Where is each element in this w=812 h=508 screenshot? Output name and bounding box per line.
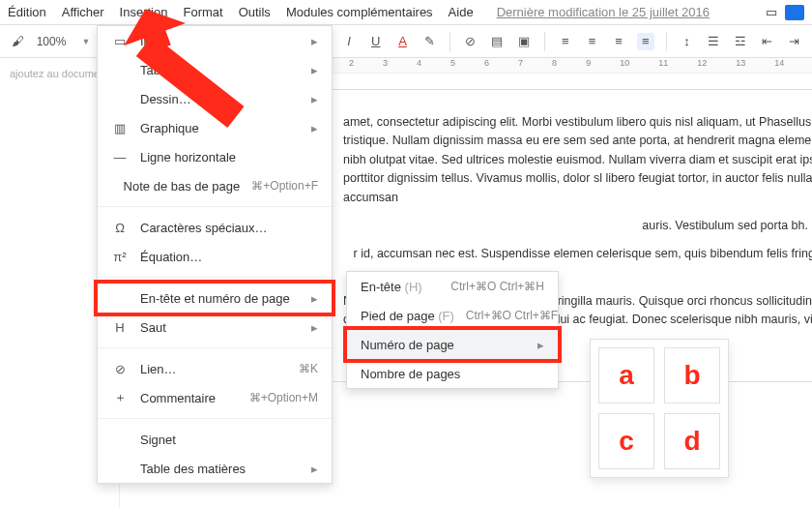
submenu-item-page-number[interactable]: Numéro de page▸	[347, 330, 558, 359]
menu-insertion[interactable]: Insertion	[120, 5, 168, 19]
menu-item-chart[interactable]: ▥Graphique▸	[98, 113, 332, 142]
zoom-level[interactable]: 100%	[37, 35, 72, 48]
insert-comment-icon[interactable]: ▤	[489, 33, 507, 50]
chart-icon: ▥	[111, 121, 129, 135]
menu-item-image[interactable]: ▭Ima▸	[98, 26, 332, 55]
menu-item-drawing[interactable]: Dessin…▸	[98, 84, 332, 113]
insert-image-icon[interactable]: ▣	[515, 33, 533, 50]
menu-format[interactable]: Format	[183, 5, 222, 19]
menu-addons[interactable]: Modules complémentaires	[286, 5, 433, 19]
page-number-option-c[interactable]: c	[598, 413, 654, 469]
menu-afficher[interactable]: Afficher	[62, 5, 104, 19]
menu-item-link[interactable]: ⊘Lien…⌘K	[98, 354, 332, 383]
menu-edition[interactable]: Édition	[8, 5, 46, 19]
bulleted-list-icon[interactable]: ☲	[732, 33, 749, 50]
break-icon: H	[111, 320, 129, 335]
header-pagenumber-submenu: En-tête (H)Ctrl+⌘O Ctrl+⌘H Pied de page …	[346, 271, 559, 389]
menu-item-toc[interactable]: Table des matières▸	[98, 454, 332, 483]
outline-placeholder: ajoutez au documen	[10, 68, 105, 79]
page-number-options: a b c d	[590, 339, 729, 478]
menu-item-bookmark[interactable]: Signet	[98, 425, 332, 454]
menu-item-footnote[interactable]: Note de bas de page⌘+Option+F	[98, 171, 332, 200]
menu-item-special-chars[interactable]: ΩCaractères spéciaux…	[98, 213, 332, 242]
plus-icon: ＋	[111, 389, 129, 406]
indent-increase-icon[interactable]: ⇥	[785, 33, 802, 50]
share-button[interactable]	[785, 5, 804, 20]
indent-decrease-icon[interactable]: ⇤	[759, 33, 776, 50]
align-justify-icon[interactable]: ≡	[637, 33, 654, 50]
line-spacing-icon[interactable]: ↕	[679, 33, 696, 50]
highlight-icon[interactable]: ✎	[420, 33, 438, 50]
paint-format-icon[interactable]: 🖌	[10, 33, 27, 50]
submenu-item-footer[interactable]: Pied de page (F)Ctrl+⌘O Ctrl+⌘F	[347, 301, 558, 330]
page-number-option-b[interactable]: b	[664, 347, 720, 403]
menu-outils[interactable]: Outils	[239, 5, 271, 19]
align-right-icon[interactable]: ≡	[610, 33, 627, 50]
page-number-option-a[interactable]: a	[598, 347, 654, 403]
insert-link-icon[interactable]: ⊘	[462, 33, 479, 50]
menu-divider	[98, 206, 332, 207]
submenu-arrow-icon: ▸	[311, 34, 318, 48]
paragraph: amet, consectetur adipiscing elit. Morbi…	[343, 113, 812, 207]
insertion-menu: ▭Ima▸ Tableau▸ Dessin…▸ ▥Graphique▸ —Lig…	[97, 25, 333, 484]
last-modified[interactable]: Dernière modification le 25 juillet 2016	[497, 5, 710, 19]
toolbar-divider	[544, 32, 545, 51]
menu-divider	[98, 347, 332, 348]
paragraph: auris. Vestibulum sed porta bh. Suspendi…	[343, 217, 812, 235]
pi-icon: π²	[111, 250, 129, 264]
text-color-icon[interactable]: A	[394, 33, 412, 50]
menu-item-equation[interactable]: π²Équation…	[98, 242, 332, 271]
menu-divider	[98, 277, 332, 278]
italic-icon[interactable]: I	[340, 33, 358, 50]
link-icon: ⊘	[111, 362, 129, 376]
comments-icon[interactable]: ▭	[766, 5, 777, 20]
numbered-list-icon[interactable]: ☰	[705, 33, 722, 50]
menu-aide[interactable]: Aide	[449, 5, 474, 19]
toolbar-divider	[666, 32, 667, 51]
page-number-option-d[interactable]: d	[664, 413, 720, 469]
underline-icon[interactable]: U	[367, 33, 385, 50]
menu-item-horizontal-line[interactable]: —Ligne horizontale	[98, 142, 332, 171]
toolbar-divider	[450, 32, 450, 51]
submenu-item-page-count[interactable]: Nombre de pages	[347, 359, 558, 388]
align-left-icon[interactable]: ≡	[557, 33, 574, 50]
menu-item-header-page-number[interactable]: En-tête et numéro de page▸	[98, 284, 332, 313]
menu-divider	[98, 418, 332, 419]
image-icon: ▭	[111, 34, 129, 48]
align-center-icon[interactable]: ≡	[584, 33, 601, 50]
omega-icon: Ω	[111, 221, 129, 235]
menubar: Édition Afficher Insertion Format Outils…	[0, 0, 812, 25]
submenu-item-header[interactable]: En-tête (H)Ctrl+⌘O Ctrl+⌘H	[347, 272, 558, 301]
menu-item-comment[interactable]: ＋Commentaire⌘+Option+M	[98, 383, 332, 412]
menu-item-table[interactable]: Tableau▸	[98, 55, 332, 84]
menu-item-break[interactable]: HSaut▸	[98, 313, 332, 342]
line-icon: —	[111, 150, 129, 164]
zoom-dropdown-icon[interactable]: ▼	[81, 37, 90, 46]
